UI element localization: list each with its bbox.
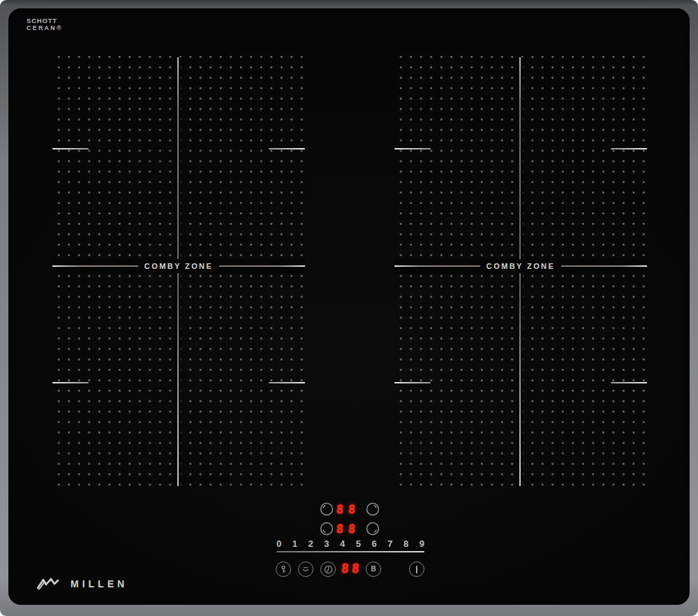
- power-display-rear-right: 8: [348, 503, 357, 516]
- power-level-5[interactable]: 5: [356, 538, 361, 549]
- millen-logo-text: MILLEN: [70, 578, 128, 589]
- booster-button[interactable]: B: [366, 562, 381, 577]
- booster-label: B: [371, 566, 376, 573]
- zone-front-right-icon: [366, 522, 380, 536]
- power-icon: [416, 566, 417, 573]
- pause-icon: [302, 565, 310, 573]
- pan-guide-tick: [611, 148, 647, 149]
- timer-digit-2: 8: [351, 561, 359, 575]
- power-button[interactable]: [409, 562, 424, 577]
- comby-zone-line: [52, 265, 138, 267]
- child-lock-button[interactable]: [276, 562, 291, 577]
- timer-digit-1: 8: [341, 561, 349, 575]
- comby-zone-label: COMBY ZONE: [144, 262, 213, 270]
- comby-zone-line: [394, 265, 480, 267]
- pause-button[interactable]: [298, 562, 313, 577]
- power-level-2[interactable]: 2: [309, 538, 313, 549]
- zone-rear-right-icon: [366, 502, 380, 516]
- cooking-zone-left: COMBY ZONE: [52, 49, 305, 493]
- zone-front-left-icon: [320, 522, 334, 536]
- timer-display: 8 8: [341, 561, 359, 575]
- power-display-front-row: 8 8: [336, 522, 356, 536]
- comby-zone-label-row: COMBY ZONE: [394, 259, 647, 273]
- power-level-6[interactable]: 6: [372, 538, 377, 549]
- pan-guide-tick: [611, 382, 647, 383]
- millen-logo-mark: [36, 578, 63, 590]
- induction-hob: SCHOTT CERAN® COMBY ZONE COMBY ZONE: [0, 0, 698, 616]
- pan-guide-tick: [269, 382, 305, 383]
- millen-logo: MILLEN: [36, 578, 128, 590]
- schott-ceran-logo-line1: SCHOTT: [27, 17, 63, 24]
- pan-guide-tick: [394, 382, 431, 383]
- power-display-rear-row: 8 8: [336, 503, 356, 516]
- power-scale[interactable]: 0 1 2 3 4 5 6 7 8 9: [276, 538, 424, 549]
- pan-guide-tick: [394, 148, 431, 149]
- power-display-rear-left: 8: [336, 503, 344, 516]
- power-level-3[interactable]: 3: [324, 538, 329, 549]
- zone-rear-left-icon: [320, 502, 334, 516]
- comby-zone-label-row: COMBY ZONE: [52, 259, 305, 273]
- pan-guide-tick: [52, 382, 89, 383]
- pan-guide-tick: [52, 148, 89, 149]
- key-icon: [279, 565, 288, 573]
- power-level-8[interactable]: 8: [403, 538, 408, 549]
- pan-guide-tick: [269, 148, 305, 149]
- power-display-front-left: 8: [336, 522, 344, 536]
- zone-selector-front-left[interactable]: [320, 522, 334, 536]
- schott-ceran-logo: SCHOTT CERAN®: [27, 17, 63, 31]
- power-level-9[interactable]: 9: [419, 538, 424, 549]
- zone-selector-rear-left[interactable]: [320, 502, 334, 516]
- timer-button[interactable]: [320, 562, 336, 577]
- comby-zone-line: [219, 265, 305, 267]
- clock-icon: [324, 565, 333, 574]
- power-display-front-right: 8: [348, 522, 357, 536]
- zone-selector-front-right[interactable]: [366, 522, 380, 536]
- power-level-0[interactable]: 0: [276, 538, 281, 549]
- power-level-1[interactable]: 1: [292, 538, 297, 549]
- comby-zone-label: COMBY ZONE: [487, 262, 555, 270]
- power-slider-line[interactable]: [276, 551, 424, 552]
- schott-ceran-logo-line2: CERAN®: [27, 24, 63, 31]
- zone-selector-rear-right[interactable]: [366, 502, 380, 516]
- cooking-zone-right: COMBY ZONE: [394, 49, 647, 493]
- comby-zone-line: [561, 265, 647, 267]
- power-level-7[interactable]: 7: [387, 538, 392, 549]
- power-level-4[interactable]: 4: [340, 538, 345, 549]
